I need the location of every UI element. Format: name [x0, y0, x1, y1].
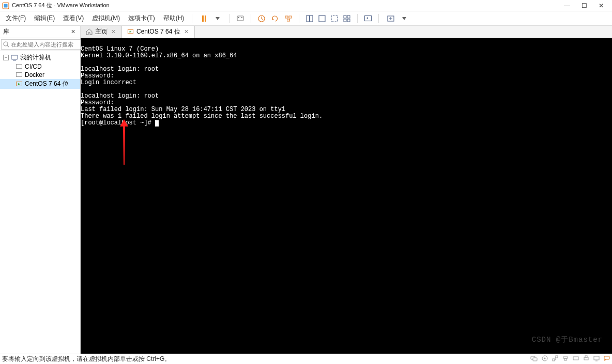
status-printer-icon[interactable] [583, 355, 589, 363]
terminal-cursor [155, 120, 159, 126]
svg-rect-10 [287, 19, 290, 21]
window-title: CentOS 7 64 位 - VMware Workstation [12, 2, 558, 9]
separator [230, 14, 230, 23]
tab-centos[interactable]: CentOS 7 64 位 ✕ [122, 26, 195, 38]
svg-rect-12 [310, 15, 313, 22]
terminal-line: localhost login: root [81, 92, 159, 100]
svg-rect-17 [344, 19, 346, 22]
vmware-app-icon [2, 2, 9, 9]
svg-rect-36 [564, 358, 567, 360]
svg-rect-2 [202, 15, 204, 22]
vm-console[interactable]: CentOS Linux 7 (Core) Kernel 3.10.0-1160… [81, 38, 612, 354]
separator [378, 14, 379, 23]
snapshot-take-button[interactable] [257, 14, 266, 23]
separator [357, 14, 358, 23]
close-button[interactable]: ✕ [595, 2, 607, 9]
svg-rect-37 [573, 357, 578, 360]
terminal-line: Kernel 3.10.0-1160.el7.x86_64 on an x86_… [81, 52, 237, 59]
tree-root-my-computer[interactable]: − 我的计算机 [0, 53, 80, 62]
tree-item-docker[interactable]: Docker [0, 71, 80, 79]
view-console-button[interactable] [317, 14, 327, 23]
library-sidebar: 库 ✕ − 我的计算机 CI/C [0, 26, 81, 354]
terminal-line: [root@localhost ~]# [81, 119, 151, 126]
view-single-button[interactable] [305, 14, 314, 23]
tab-close-button[interactable]: ✕ [183, 28, 190, 35]
watermark: CSDN @于Bmaster [532, 337, 603, 343]
power-dropdown-icon[interactable] [213, 14, 222, 23]
tree-item-label: CI/CD [25, 63, 42, 70]
svg-rect-34 [556, 356, 558, 358]
view-unity-button[interactable] [342, 14, 351, 23]
search-icon [3, 41, 10, 48]
stretch-dropdown-icon[interactable] [400, 14, 409, 23]
snapshot-manage-button[interactable] [284, 14, 293, 23]
terminal-line: CentOS Linux 7 (Core) [81, 45, 159, 53]
svg-rect-3 [205, 15, 206, 22]
tree-item-cicd[interactable]: CI/CD [0, 62, 80, 71]
status-device-icon[interactable] [530, 355, 538, 363]
menu-vm[interactable]: 虚拟机(M) [88, 12, 124, 24]
svg-rect-16 [347, 15, 350, 18]
library-tree: − 我的计算机 CI/CD Docker [0, 51, 80, 354]
title-bar: CentOS 7 64 位 - VMware Workstation — ☐ ✕ [0, 0, 612, 11]
vm-on-icon [127, 28, 134, 36]
svg-rect-15 [344, 15, 346, 18]
svg-rect-4 [237, 16, 243, 21]
svg-rect-38 [584, 357, 588, 360]
svg-rect-11 [307, 15, 310, 22]
tree-root-label: 我的计算机 [20, 53, 51, 62]
minimize-button[interactable]: — [561, 2, 573, 9]
separator [299, 14, 299, 23]
terminal-line: localhost login: root [81, 66, 159, 73]
svg-rect-23 [11, 55, 18, 59]
snapshot-revert-button[interactable] [270, 14, 280, 23]
svg-rect-9 [289, 16, 292, 18]
vm-off-icon [16, 71, 23, 78]
fullscreen-button[interactable] [363, 14, 373, 23]
menu-view[interactable]: 查看(V) [59, 12, 87, 24]
status-sound-icon[interactable] [573, 355, 579, 363]
terminal-line: Last failed login: Sun May 28 16:47:11 C… [81, 106, 285, 113]
svg-rect-18 [347, 19, 350, 22]
send-ctrl-alt-del-button[interactable] [236, 14, 245, 23]
status-message-icon[interactable] [604, 355, 610, 363]
svg-rect-8 [285, 16, 288, 18]
svg-point-21 [4, 42, 8, 46]
svg-rect-1 [4, 4, 8, 7]
menu-file[interactable]: 文件(F) [2, 12, 29, 24]
stretch-guest-button[interactable] [386, 14, 395, 23]
svg-rect-13 [319, 15, 325, 22]
status-usb-icon[interactable] [562, 355, 569, 363]
menu-help[interactable]: 帮助(H) [160, 12, 188, 24]
power-pause-button[interactable] [200, 14, 209, 23]
computer-icon [11, 54, 18, 61]
menu-tabs[interactable]: 选项卡(T) [125, 12, 158, 24]
tab-close-button[interactable]: ✕ [110, 28, 117, 35]
view-thumbnails-button[interactable] [330, 14, 339, 23]
svg-rect-14 [331, 15, 338, 22]
tree-toggle-icon[interactable]: − [3, 55, 9, 60]
terminal-line: Password: [81, 72, 114, 80]
tree-item-label: Docker [25, 71, 44, 78]
menu-edit[interactable]: 编辑(E) [30, 12, 58, 24]
svg-rect-42 [604, 356, 609, 359]
tab-home-label: 主页 [95, 27, 108, 36]
terminal-line: Login incorrect [81, 79, 136, 86]
status-disk-icon[interactable] [542, 355, 548, 363]
terminal-line: Password: [81, 99, 114, 106]
vm-on-icon [16, 81, 23, 88]
status-network-icon[interactable] [552, 355, 558, 363]
svg-rect-5 [238, 17, 239, 18]
tree-item-label: CentOS 7 64 位 [25, 80, 69, 88]
tab-bar: 主页 ✕ CentOS 7 64 位 ✕ [81, 26, 612, 38]
tab-home[interactable]: 主页 ✕ [81, 26, 122, 38]
svg-rect-30 [533, 358, 537, 361]
library-close-button[interactable]: ✕ [69, 28, 77, 35]
library-search-input[interactable] [1, 39, 85, 50]
tree-item-centos[interactable]: CentOS 7 64 位 [0, 79, 80, 89]
svg-rect-39 [585, 356, 587, 357]
maximize-button[interactable]: ☐ [578, 2, 590, 9]
tab-centos-label: CentOS 7 64 位 [136, 27, 180, 36]
separator [251, 14, 251, 23]
status-monitor-icon[interactable] [593, 355, 600, 363]
